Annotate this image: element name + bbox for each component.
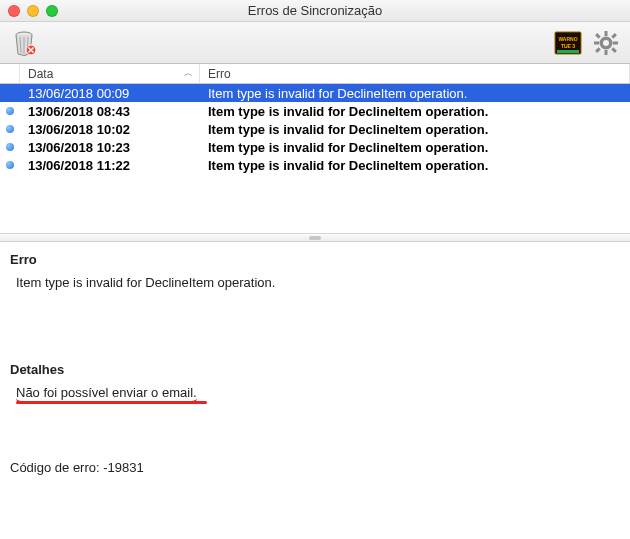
detalhes-section-title: Detalhes xyxy=(10,362,620,377)
titlebar: Erros de Sincronização xyxy=(0,0,630,22)
row-error: Item type is invalid for DeclineItem ope… xyxy=(200,104,630,119)
detail-pane: Erro Item type is invalid for DeclineIte… xyxy=(0,242,630,485)
status-dot-icon xyxy=(6,143,14,151)
detalhes-text: Não foi possível enviar o email. xyxy=(16,385,197,400)
status-dot-icon xyxy=(6,107,14,115)
window-controls xyxy=(8,5,58,17)
table-header: Data ︿ Erro xyxy=(0,64,630,84)
row-status xyxy=(0,125,20,133)
split-handle[interactable] xyxy=(0,234,630,242)
error-code: Código de erro: -19831 xyxy=(10,460,620,475)
svg-rect-18 xyxy=(611,33,617,39)
column-data[interactable]: Data ︿ xyxy=(20,64,200,83)
minimize-icon[interactable] xyxy=(27,5,39,17)
close-icon[interactable] xyxy=(8,5,20,17)
svg-rect-14 xyxy=(594,41,599,44)
row-date: 13/06/2018 00:09 xyxy=(20,86,200,101)
erro-section-text: Item type is invalid for DeclineItem ope… xyxy=(10,267,620,290)
row-status xyxy=(0,143,20,151)
error-code-label: Código de erro: xyxy=(10,460,103,475)
column-data-label: Data xyxy=(28,67,53,81)
row-date: 13/06/2018 10:02 xyxy=(20,122,200,137)
grip-icon xyxy=(309,236,321,240)
table-row[interactable]: 13/06/2018 10:23Item type is invalid for… xyxy=(0,138,630,156)
table-row[interactable]: 13/06/2018 11:22Item type is invalid for… xyxy=(0,156,630,174)
zoom-icon[interactable] xyxy=(46,5,58,17)
table-row[interactable]: 13/06/2018 08:43Item type is invalid for… xyxy=(0,102,630,120)
row-error: Item type is invalid for DeclineItem ope… xyxy=(200,86,630,101)
gear-icon xyxy=(593,30,619,56)
table-body: 13/06/2018 00:09Item type is invalid for… xyxy=(0,84,630,174)
svg-rect-17 xyxy=(611,47,617,53)
svg-rect-15 xyxy=(613,41,618,44)
annotation-underline: Não foi possível enviar o email. xyxy=(16,385,197,404)
toolbar: WARNO TUE 3 xyxy=(0,22,630,64)
row-status xyxy=(0,107,20,115)
status-dot-icon xyxy=(6,161,14,169)
error-code-value: -19831 xyxy=(103,460,143,475)
svg-rect-16 xyxy=(595,33,601,39)
sync-errors-window: Erros de Sincronização WARNO TUE 3 xyxy=(0,0,630,539)
svg-rect-12 xyxy=(605,31,608,36)
row-date: 13/06/2018 10:23 xyxy=(20,140,200,155)
settings-button[interactable] xyxy=(590,27,622,59)
row-error: Item type is invalid for DeclineItem ope… xyxy=(200,140,630,155)
column-erro-label: Erro xyxy=(208,67,231,81)
row-error: Item type is invalid for DeclineItem ope… xyxy=(200,158,630,173)
row-error: Item type is invalid for DeclineItem ope… xyxy=(200,122,630,137)
delete-button[interactable] xyxy=(8,27,40,59)
table-row[interactable]: 13/06/2018 10:02Item type is invalid for… xyxy=(0,120,630,138)
svg-rect-10 xyxy=(557,50,579,53)
detalhes-section-text: Não foi possível enviar o email. xyxy=(10,377,620,404)
table-row[interactable]: 13/06/2018 00:09Item type is invalid for… xyxy=(0,84,630,102)
svg-point-20 xyxy=(603,40,609,46)
sort-indicator-icon: ︿ xyxy=(184,67,193,80)
log-icon: WARNO TUE 3 xyxy=(554,31,582,55)
status-dot-icon xyxy=(6,125,14,133)
row-date: 13/06/2018 08:43 xyxy=(20,104,200,119)
table-empty-area xyxy=(0,174,630,234)
row-status xyxy=(0,161,20,169)
window-title: Erros de Sincronização xyxy=(0,3,630,18)
row-date: 13/06/2018 11:22 xyxy=(20,158,200,173)
log-button[interactable]: WARNO TUE 3 xyxy=(552,27,584,59)
erro-section-title: Erro xyxy=(10,252,620,267)
column-status[interactable] xyxy=(0,64,20,83)
trash-icon xyxy=(9,28,39,58)
column-erro[interactable]: Erro xyxy=(200,64,630,83)
svg-text:WARNO: WARNO xyxy=(558,36,577,42)
svg-rect-19 xyxy=(595,47,601,53)
svg-text:TUE 3: TUE 3 xyxy=(561,43,575,49)
svg-rect-13 xyxy=(605,50,608,55)
